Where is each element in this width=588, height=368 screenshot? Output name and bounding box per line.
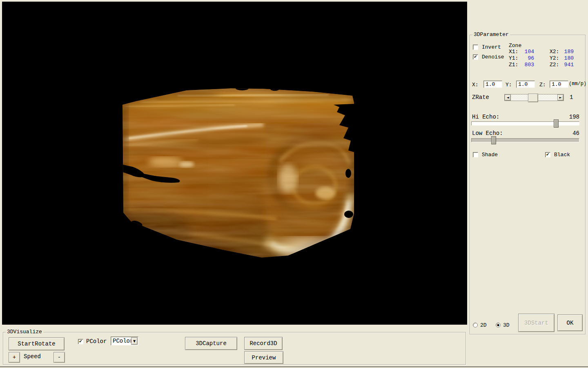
hi-echo-value: 198 xyxy=(564,114,579,120)
visualize-panel-title: 3DVisualize xyxy=(6,329,43,335)
left-arrow-glyph: ◄ xyxy=(506,96,509,99)
checkmark-icon: ✔ xyxy=(79,339,82,343)
x-scale-input[interactable] xyxy=(483,81,502,88)
x-scale-label: X: xyxy=(472,82,479,88)
zone-z1-label: Z1: xyxy=(509,62,518,68)
checkmark-icon: ✔ xyxy=(546,153,549,157)
zone-y1-label: Y1: xyxy=(509,55,518,61)
black-checkbox[interactable]: ✔ xyxy=(545,152,550,157)
radio-dot-icon: ● xyxy=(497,324,499,327)
zone-x2-label: X2: xyxy=(550,49,559,55)
preview-button[interactable]: Preview xyxy=(244,351,283,364)
zone-y2-label: Y2: xyxy=(550,55,559,61)
y-scale-label: Y: xyxy=(506,82,512,88)
pcolor-label: PColor xyxy=(86,339,107,345)
speed-plus-button[interactable]: + xyxy=(9,352,20,363)
ok-button[interactable]: OK xyxy=(557,314,583,331)
zone-x1-value: 104 xyxy=(521,49,534,55)
pcolor-checkbox[interactable]: ✔ xyxy=(78,339,83,344)
zone-z2-label: Z2: xyxy=(550,62,559,68)
zone-z2-value: 941 xyxy=(561,62,574,68)
parameter-panel-title: 3DParameter xyxy=(472,31,510,38)
mode-3d-radio[interactable]: ● xyxy=(496,323,501,328)
volume-render xyxy=(2,2,467,325)
shade-label: Shade xyxy=(482,152,498,158)
zrate-scrollbar[interactable]: ◄ ► xyxy=(504,94,564,101)
3dcapture-button[interactable]: 3DCapture xyxy=(185,337,237,350)
start-rotate-button[interactable]: StartRotate xyxy=(9,337,65,350)
record3d-button[interactable]: Record3D xyxy=(244,337,283,350)
zrate-right-arrow-icon[interactable]: ► xyxy=(557,94,564,101)
zrate-label: ZRate xyxy=(472,94,489,101)
zone-z1-value: 803 xyxy=(521,62,534,68)
mode-3d-label: 3D xyxy=(503,322,510,328)
zrate-left-arrow-icon[interactable]: ◄ xyxy=(505,94,511,101)
invert-checkbox[interactable] xyxy=(473,45,478,50)
visualize-panel: 3DVisualize StartRotate + Speed - ✔ PCol… xyxy=(3,332,466,365)
z-scale-input[interactable] xyxy=(550,81,568,88)
low-echo-value: 46 xyxy=(564,130,579,137)
invert-label: Invert xyxy=(482,44,501,50)
mode-2d-radio[interactable] xyxy=(473,323,478,328)
denoise-label: Denoise xyxy=(482,54,504,60)
hi-echo-thumb[interactable] xyxy=(554,119,559,128)
down-arrow-glyph: ▼ xyxy=(133,339,136,343)
zone-x1-label: X1: xyxy=(509,49,518,55)
dropdown-arrow-icon[interactable]: ▼ xyxy=(131,337,138,345)
speed-label: Speed xyxy=(24,354,41,360)
y-scale-input[interactable] xyxy=(516,81,535,88)
pcolor-dropdown-value: PColor xyxy=(113,338,133,344)
window-bottom-edge xyxy=(0,366,588,367)
low-echo-thumb[interactable] xyxy=(491,136,496,144)
shade-checkbox[interactable] xyxy=(473,152,478,157)
scale-unit-label: (mm/p) xyxy=(569,81,586,87)
parameter-panel: 3DParameter Invert ✔ Denoise Zone X1: 10… xyxy=(470,35,586,334)
hi-echo-label: Hi Echo: xyxy=(472,114,499,120)
hi-echo-slider[interactable] xyxy=(471,121,579,126)
denoise-checkbox[interactable]: ✔ xyxy=(473,54,478,60)
low-echo-slider[interactable] xyxy=(471,138,579,142)
render-viewport[interactable] xyxy=(2,2,467,325)
black-label: Black xyxy=(554,152,570,158)
speed-minus-button[interactable]: - xyxy=(53,352,65,363)
zone-x2-value: 189 xyxy=(561,49,574,55)
zone-y2-value: 180 xyxy=(561,55,574,61)
zone-label: Zone xyxy=(509,43,521,49)
checkmark-icon: ✔ xyxy=(474,55,477,59)
zrate-thumb[interactable] xyxy=(528,94,538,102)
3dstart-button[interactable]: 3DStart xyxy=(518,314,555,332)
zrate-value: 1 xyxy=(570,94,573,101)
z-scale-label: Z: xyxy=(539,82,546,88)
mode-2d-label: 2D xyxy=(480,322,487,328)
pcolor-dropdown[interactable]: PColor ▼ xyxy=(111,337,138,346)
zone-y1-value: 96 xyxy=(521,55,534,61)
low-echo-label: Low Echo: xyxy=(472,130,503,137)
right-arrow-glyph: ► xyxy=(559,96,561,99)
